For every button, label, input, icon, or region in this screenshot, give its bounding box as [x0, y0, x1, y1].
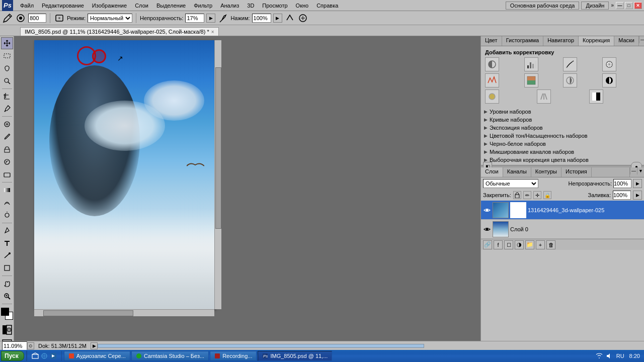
zoom-reset-button[interactable]: ⊙	[27, 342, 34, 349]
color-tab[interactable]: Цвет	[481, 36, 502, 46]
language-indicator[interactable]: RU	[614, 353, 626, 359]
clone-stamp-tool[interactable]	[1, 143, 13, 155]
menu-view[interactable]: Просмотр	[258, 2, 291, 10]
speaker-tray-icon[interactable]	[604, 352, 612, 360]
quick-selection-tool[interactable]	[1, 75, 13, 87]
tab-close-button[interactable]: ×	[211, 29, 214, 35]
layer-style-button[interactable]: f	[494, 240, 503, 249]
navigator-tab[interactable]: Навигатор	[543, 36, 579, 46]
panel-collapse-button[interactable]: —	[639, 36, 644, 43]
channels-tab[interactable]: Каналы	[503, 167, 531, 177]
start-button[interactable]: Пуск	[1, 351, 24, 361]
lasso-tool[interactable]	[1, 62, 13, 74]
new-group-button[interactable]: 📁	[525, 240, 534, 249]
blur-tool[interactable]	[1, 197, 13, 209]
status-expand-button[interactable]: ▶	[91, 342, 98, 349]
show-desktop-icon[interactable]	[31, 352, 39, 360]
adj-selectivecolor[interactable]: ▶ Выборочная коррекция цвета наборов	[482, 156, 643, 164]
menu-filter[interactable]: Фильтр	[190, 2, 216, 10]
menu-3d[interactable]: 3D	[243, 2, 258, 10]
adj-levels[interactable]: ▶ Уровни наборов	[482, 108, 643, 116]
winamp-icon[interactable]	[49, 352, 57, 360]
new-fill-adjustment-button[interactable]: ◑	[515, 240, 524, 249]
workspace-extend-button[interactable]: »	[611, 3, 614, 8]
black-white-icon[interactable]	[602, 73, 616, 87]
layers-panel-collapse[interactable]: —	[630, 167, 637, 174]
mode-dropdown[interactable]: Нормальный	[88, 14, 132, 23]
shape-tool[interactable]	[1, 262, 13, 274]
fill-arrow-button[interactable]: ▶	[633, 191, 642, 200]
lock-all-button[interactable]: 🔒	[543, 191, 551, 199]
marquee-tool[interactable]	[1, 50, 13, 62]
brightness-contrast-icon[interactable]	[485, 57, 499, 71]
tablet-pressure-icon[interactable]	[54, 13, 65, 24]
pressure-tablet-icon[interactable]	[284, 13, 295, 24]
link-layers-button[interactable]: 🔗	[483, 240, 492, 249]
menu-layers[interactable]: Слои	[131, 2, 152, 10]
airbrush-icon[interactable]	[217, 13, 228, 24]
type-tool[interactable]	[1, 237, 13, 249]
adj-curves[interactable]: ▶ Кривые наборов	[482, 116, 643, 124]
taskbar-audiozapis[interactable]: Аудиозапис Сере...	[64, 351, 130, 361]
lock-image-button[interactable]: ✏	[523, 191, 531, 199]
zoom-tool[interactable]	[1, 290, 13, 302]
taskbar-recording[interactable]: Recording...	[210, 351, 257, 361]
layers-panel-menu[interactable]: ▼	[637, 167, 644, 174]
move-tool[interactable]	[1, 37, 13, 49]
close-button[interactable]: ✕	[634, 2, 642, 9]
lock-position-button[interactable]: ✛	[533, 191, 541, 199]
workspace-button[interactable]: Основная рабочая среда	[506, 2, 580, 10]
layers-opacity-input[interactable]	[613, 179, 631, 188]
adj-channelmix[interactable]: ▶ Микширование каналов наборов	[482, 148, 643, 156]
layers-opacity-arrow[interactable]: ▶	[633, 179, 642, 188]
layer-visibility-0[interactable]	[483, 206, 491, 214]
pressure-input[interactable]	[252, 14, 271, 23]
exposure-icon[interactable]	[602, 57, 616, 71]
adj-bw[interactable]: ▶ Черно-белое наборов	[482, 140, 643, 148]
dodge-tool[interactable]	[1, 209, 13, 221]
design-button[interactable]: Дизайн	[581, 2, 609, 10]
menu-select[interactable]: Выделение	[152, 2, 190, 10]
history-brush-tool[interactable]	[1, 156, 13, 168]
maximize-button[interactable]: □	[625, 2, 633, 9]
blend-mode-dropdown[interactable]: Обычные	[483, 179, 538, 188]
layer-item-1[interactable]: Слой 0	[481, 220, 644, 239]
new-layer-button[interactable]: +	[536, 240, 545, 249]
curves-icon[interactable]	[563, 57, 577, 71]
correction-tab[interactable]: Коррекция	[579, 36, 614, 46]
gradient-tool[interactable]	[1, 184, 13, 196]
menu-help[interactable]: Справка	[312, 2, 342, 10]
pen-tool[interactable]	[1, 225, 13, 237]
foreground-color-swatch[interactable]	[1, 308, 9, 316]
zoom-display[interactable]	[2, 341, 27, 350]
hue-saturation-icon[interactable]	[524, 73, 538, 87]
path-selection-tool[interactable]	[1, 250, 13, 262]
layer-visibility-1[interactable]	[483, 225, 491, 233]
ie-icon[interactable]	[40, 352, 48, 360]
menu-file[interactable]: Файл	[16, 2, 38, 10]
delete-layer-button[interactable]: 🗑	[546, 240, 555, 249]
brush-tool-icon[interactable]	[2, 13, 13, 24]
document-canvas[interactable]: ↗	[34, 40, 214, 309]
opacity-input[interactable]	[185, 14, 204, 23]
vertical-scrollbar[interactable]	[214, 40, 221, 309]
network-tray-icon[interactable]	[595, 352, 603, 360]
histogram-tab[interactable]: Гистограмма	[502, 36, 544, 46]
history-tab[interactable]: История	[561, 167, 592, 177]
vibrance-icon[interactable]	[485, 73, 499, 87]
fill-input[interactable]	[613, 191, 631, 200]
lock-transparent-button[interactable]	[513, 191, 521, 199]
pressure-arrow-button[interactable]: ▶	[273, 14, 282, 23]
color-balance-icon[interactable]	[563, 73, 577, 87]
levels-icon[interactable]	[524, 57, 538, 71]
canvas-area[interactable]: ↗	[14, 36, 480, 351]
hand-tool[interactable]	[1, 278, 13, 290]
opacity-arrow-button[interactable]: ▶	[206, 14, 215, 23]
invert-icon[interactable]	[589, 89, 603, 104]
horizontal-scrollbar[interactable]	[34, 309, 214, 316]
adj-huesat[interactable]: ▶ Цветовой тон/Насыщенность наборов	[482, 132, 643, 140]
masks-tab[interactable]: Маски	[614, 36, 639, 46]
brush-tool[interactable]	[1, 131, 13, 143]
layer-mask-button[interactable]: ◻	[504, 240, 513, 249]
layers-tab[interactable]: Слои	[481, 167, 503, 177]
